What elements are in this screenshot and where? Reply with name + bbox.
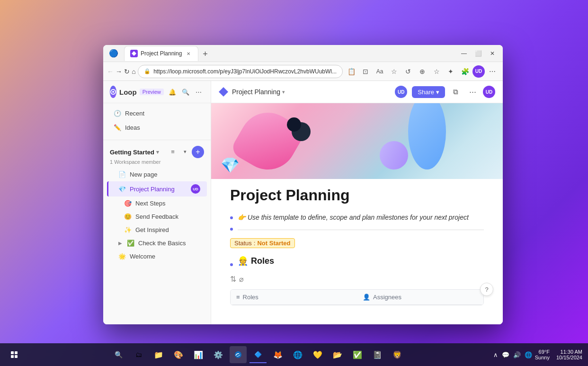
forward-button[interactable]: →	[116, 65, 122, 78]
close-button[interactable]: ✕	[486, 47, 499, 60]
page-diamond-icon	[219, 87, 228, 97]
new-tab-button[interactable]: +	[198, 48, 212, 61]
hero-image: 💎	[211, 103, 503, 179]
taskbar-brave[interactable]: 🦁	[389, 346, 406, 363]
workspace-menu-button[interactable]: ≡	[167, 146, 178, 157]
more-options-button[interactable]: ⋯	[466, 85, 479, 98]
extensions-button[interactable]: 🧩	[458, 65, 472, 78]
time-display: 11:30 AM	[556, 349, 582, 355]
maximize-button[interactable]: ⬜	[472, 47, 485, 60]
url-bar[interactable]: 🔒 https://loop.microsoft.com/p/eyJ3ljp7l…	[138, 65, 343, 78]
recent-nav-item[interactable]: 🕐 Recent	[107, 107, 207, 120]
check-basics-item[interactable]: ▶ ✅ Check the Basics	[107, 237, 207, 250]
more-button[interactable]: ⋯	[193, 86, 205, 98]
active-tab[interactable]: Project Planning ✕	[124, 46, 198, 61]
sidebar: Loop Preview 🔔 🔍 ⋯ 🕐 Recent ✏️ Ideas	[103, 81, 211, 324]
taskbar-app7[interactable]: 💛	[309, 346, 326, 363]
hero-orb	[287, 117, 301, 132]
roles-bullet: 👷 Roles	[230, 256, 484, 271]
svg-point-3	[235, 351, 241, 358]
workspace-filter-button[interactable]: ▾	[179, 146, 191, 157]
copy-link-button[interactable]: ⧉	[449, 85, 462, 98]
taskbar-edge[interactable]	[230, 346, 247, 363]
taskbar-files2[interactable]: 📂	[329, 346, 346, 363]
recent-label: Recent	[125, 110, 144, 117]
network-icon[interactable]: 🌐	[525, 351, 532, 358]
bullet-dot-2	[230, 228, 233, 231]
search-button[interactable]: 🔍	[180, 86, 191, 98]
bullet-dot-1	[230, 216, 233, 219]
tab-title: Project Planning	[141, 50, 182, 57]
page-title-bar: Project Planning ▾	[232, 88, 285, 96]
pages-list: 📄 New page 💎 Project Planning UD 🎯 Next …	[103, 168, 211, 263]
status-value: Not Started	[257, 240, 290, 247]
favorites2-button[interactable]: ☆	[430, 65, 443, 78]
new-page-icon: 📄	[118, 171, 126, 178]
project-planning-avatar: UD	[191, 184, 200, 194]
content-area: 💎 Project Planning 👉 Use this template t…	[211, 103, 503, 324]
nav-items: 🕐 Recent ✏️ Ideas	[103, 103, 211, 138]
taskbar-loop-active[interactable]: 🔷	[249, 346, 267, 363]
get-inspired-item[interactable]: ✨ Get Inspired	[107, 223, 207, 236]
reading-view-button[interactable]: 📋	[345, 65, 358, 78]
taskbar-excel[interactable]: 📊	[190, 346, 207, 363]
chevron-up-icon[interactable]: ∧	[493, 351, 498, 358]
get-inspired-icon: ✨	[124, 226, 132, 233]
send-feedback-item[interactable]: 😊 Send Feedback	[107, 210, 207, 223]
hero-shape-blue	[408, 103, 446, 170]
back-button[interactable]: ←	[107, 65, 114, 78]
bullet-dot-3	[230, 263, 233, 266]
favorites-button[interactable]: ☆	[387, 65, 401, 78]
send-feedback-icon: 😊	[124, 213, 132, 220]
refresh-button[interactable]: ↻	[124, 65, 130, 78]
hero-diamond-emoji: 💎	[221, 156, 240, 174]
clock-widget[interactable]: 11:30 AM 10/15/2024	[556, 349, 582, 360]
collaborator-avatar: UD	[394, 85, 408, 99]
taskbar-photos[interactable]: 🎨	[170, 346, 187, 363]
taskbar-chrome[interactable]: 🌐	[289, 346, 306, 363]
chat-icon[interactable]: 💬	[502, 351, 509, 358]
share-button[interactable]: Share ▾	[412, 86, 445, 98]
next-steps-item[interactable]: 🎯 Next Steps	[107, 197, 207, 210]
next-steps-label: Next Steps	[135, 200, 166, 207]
welcome-item[interactable]: 🌟 Welcome	[107, 250, 207, 263]
get-inspired-label: Get Inspired	[135, 226, 169, 233]
refresh-page-button[interactable]: ↺	[401, 65, 415, 78]
tab-close-button[interactable]: ✕	[185, 50, 192, 57]
hero-shape-purple	[376, 137, 412, 174]
edge-icon: 🔵	[107, 47, 120, 60]
filter-icon[interactable]: ⌀	[239, 275, 244, 284]
taskbar-onenote[interactable]: 📓	[369, 346, 386, 363]
text-options-button[interactable]: Aa	[373, 65, 386, 78]
taskbar-search[interactable]: 🔍	[110, 346, 127, 363]
profile-avatar[interactable]: UD	[472, 65, 485, 78]
taskbar-todo[interactable]: ✅	[349, 346, 366, 363]
taskbar-task-view[interactable]: 🗂	[130, 346, 147, 363]
split-screen-button[interactable]: ⊡	[359, 65, 372, 78]
home-button[interactable]: ⌂	[132, 65, 136, 78]
svg-marker-0	[132, 51, 136, 56]
collections-button[interactable]: ⊕	[416, 65, 429, 78]
sort-icon[interactable]: ⇅	[230, 275, 236, 284]
notifications-button[interactable]: 🔔	[167, 86, 178, 98]
page-body: Project Planning 👉 Use this template to …	[211, 179, 503, 313]
project-planning-item[interactable]: 💎 Project Planning UD	[107, 181, 207, 196]
ideas-nav-item[interactable]: ✏️ Ideas	[107, 121, 207, 134]
weather-widget[interactable]: 69°F Sunny	[535, 349, 550, 360]
help-button[interactable]: ?	[480, 283, 493, 296]
status-separator: :	[254, 240, 256, 247]
minimize-button[interactable]: —	[457, 47, 471, 60]
tab-bar: Project Planning ✕ +	[124, 46, 452, 61]
copilot-button[interactable]: ✦	[444, 65, 457, 78]
taskbar-file-explorer[interactable]: 📁	[150, 346, 167, 363]
workspace-add-button[interactable]: +	[192, 146, 204, 158]
roles-col-icon: ≡	[236, 294, 240, 301]
user-profile-button[interactable]: UD	[483, 86, 495, 98]
taskbar-settings[interactable]: ⚙️	[210, 346, 227, 363]
new-page-item[interactable]: 📄 New page	[107, 168, 207, 181]
start-button[interactable]	[6, 346, 23, 363]
page-dropdown-icon[interactable]: ▾	[282, 89, 285, 95]
taskbar-firefox[interactable]: 🦊	[269, 346, 286, 363]
volume-icon[interactable]: 🔊	[513, 351, 521, 358]
settings-more-button[interactable]: ⋯	[486, 65, 499, 78]
